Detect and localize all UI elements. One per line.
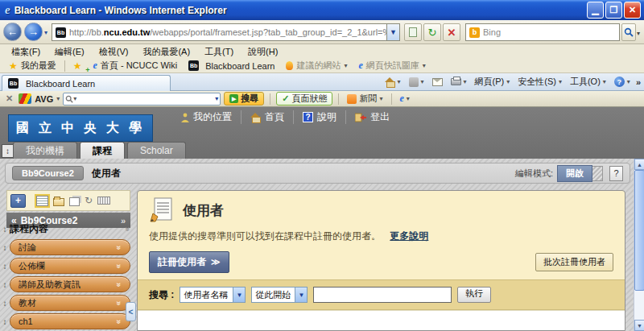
go-button[interactable]: 執行 bbox=[457, 287, 491, 303]
avg-options-button[interactable]: e ▾ bbox=[398, 93, 412, 105]
search-box[interactable]: b bbox=[465, 23, 620, 41]
ncu-logo[interactable]: 國 立 中 央 大 學 bbox=[8, 114, 153, 142]
sidebar-toolbar: + ↻ bbox=[6, 190, 130, 211]
page-status-button[interactable]: ✓ 頁面狀態 bbox=[276, 92, 332, 106]
menu-view[interactable]: 檢視(V) bbox=[93, 45, 135, 59]
minimize-button[interactable]: ▁ bbox=[587, 2, 604, 19]
search-value-input[interactable] bbox=[313, 287, 452, 303]
sidebar-item-row: ↕ 討論» bbox=[0, 239, 130, 255]
more-commands-icon[interactable]: » bbox=[636, 77, 641, 87]
search-icon[interactable] bbox=[621, 23, 636, 41]
add-favorite-button[interactable]: ★+ bbox=[68, 60, 88, 72]
tab-my-institution[interactable]: 我的機構 bbox=[13, 142, 77, 159]
layers-view-icon[interactable] bbox=[69, 197, 80, 206]
back-button[interactable]: ← bbox=[3, 23, 22, 41]
menu-help[interactable]: 說明(H) bbox=[242, 45, 284, 59]
safety-menu-button[interactable]: 安全性(S)▾ bbox=[515, 76, 564, 88]
page-menu-button[interactable]: 網頁(P)▾ bbox=[473, 76, 513, 88]
restore-button[interactable]: ❐ bbox=[605, 2, 622, 19]
search-criteria-select[interactable]: 使用者名稱 ▼ bbox=[180, 287, 246, 303]
menu-file[interactable]: 檔案(F) bbox=[5, 45, 47, 59]
edit-mode-value[interactable]: 開啟 bbox=[557, 165, 592, 182]
feeds-button[interactable]: ▾ bbox=[407, 77, 427, 87]
tab-scholar[interactable]: Scholar bbox=[127, 142, 186, 159]
stop-button[interactable]: ✕ bbox=[443, 23, 460, 41]
vertical-scrollbar[interactable]: ▲ ▼ bbox=[634, 159, 644, 331]
sidebar-item-instructor-info[interactable]: 講師及助教資訊» bbox=[10, 276, 130, 292]
home-button[interactable]: ▾ bbox=[382, 77, 403, 86]
folder-view-icon[interactable] bbox=[53, 198, 64, 206]
add-content-button[interactable]: + bbox=[10, 194, 26, 208]
batch-enroll-button[interactable]: 批次註冊使用者 bbox=[535, 253, 613, 271]
refresh-button[interactable]: ↻ bbox=[423, 23, 441, 41]
history-dropdown-icon[interactable]: ▾ bbox=[44, 29, 47, 36]
edit-mode-help-button[interactable]: ? bbox=[609, 166, 623, 181]
person-icon bbox=[181, 113, 189, 122]
sidebar-item-ch1[interactable]: ch1» bbox=[10, 313, 130, 329]
breadcrumb-course-chip[interactable]: Bb9Course2 bbox=[12, 166, 84, 180]
chevron-down-icon: ▾ bbox=[423, 62, 426, 69]
scroll-up-icon[interactable]: ▲ bbox=[634, 159, 644, 170]
avg-toolbar: ✕ AVG ▾ ▾ ▾ ▶ 搜尋 ✓ 頁面狀態 新聞 ▾ e ▾ bbox=[0, 91, 644, 107]
sidebar-item-materials[interactable]: 教材» bbox=[10, 295, 130, 311]
scroll-down-icon[interactable]: ▼ bbox=[634, 320, 644, 331]
address-dropdown-icon[interactable]: ▼ bbox=[386, 23, 400, 41]
search-options-dropdown-icon[interactable]: ▾ bbox=[637, 30, 640, 37]
help-menu-button[interactable]: ?▾ bbox=[612, 77, 633, 87]
sidebar-collapse-button[interactable]: < bbox=[126, 302, 136, 321]
drag-handle-icon[interactable]: ↕ bbox=[0, 299, 10, 308]
drag-handle-icon[interactable]: ↕ bbox=[0, 262, 10, 271]
print-button[interactable]: ▾ bbox=[448, 78, 469, 85]
my-places-link[interactable]: 我的位置 bbox=[172, 110, 242, 124]
tab-courses[interactable]: 課程 bbox=[80, 142, 125, 159]
home-link[interactable]: 首頁 bbox=[242, 110, 294, 124]
site-favicon: Bb bbox=[56, 27, 66, 38]
list-view-icon[interactable] bbox=[36, 196, 48, 206]
favorites-button[interactable]: ★ 我的最愛 bbox=[3, 60, 62, 72]
logout-link[interactable]: 登出 bbox=[346, 110, 398, 124]
drag-handle-icon[interactable]: ↕ bbox=[0, 225, 10, 234]
web-slice-gallery-button[interactable]: e 網頁快訊圖庫 ▾ bbox=[353, 60, 431, 72]
chevron-down-icon[interactable]: » bbox=[124, 227, 133, 232]
tab-bar: Bb Blackboard Learn ▾ ▾ ▾ 網頁(P)▾ 安全性(S)▾… bbox=[0, 73, 644, 91]
suggested-sites-button[interactable]: 建議的網站 ▾ bbox=[280, 60, 353, 72]
separator bbox=[391, 93, 392, 105]
search-operator-select[interactable]: 從此開始 ▼ bbox=[251, 287, 308, 303]
sidebar-item-announcements[interactable]: 公佈欄» bbox=[10, 258, 130, 274]
page-title: 使用者 bbox=[183, 201, 224, 220]
avg-news-button[interactable]: 新聞 ▾ bbox=[345, 93, 385, 105]
keyboard-nav-icon[interactable] bbox=[97, 197, 110, 205]
avg-brand: AVG bbox=[35, 94, 53, 104]
read-mail-button[interactable] bbox=[430, 78, 445, 86]
forward-button[interactable]: → bbox=[24, 23, 43, 41]
scrollbar-thumb[interactable] bbox=[634, 170, 644, 291]
drag-handle-icon[interactable]: ↕ bbox=[0, 280, 10, 289]
sidebar-item-discussion[interactable]: 討論» bbox=[10, 239, 130, 255]
close-button[interactable]: ✕ bbox=[624, 2, 641, 19]
refresh-icon[interactable]: ↻ bbox=[85, 195, 93, 206]
drag-handle-icon[interactable]: ↕ bbox=[0, 317, 10, 326]
menu-favorites[interactable]: 我的最愛(A) bbox=[136, 45, 196, 59]
avg-search-field[interactable]: ▾ ▾ bbox=[63, 93, 221, 106]
menu-edit[interactable]: 編輯(E) bbox=[48, 45, 91, 59]
help-link[interactable]: ? 說明 bbox=[294, 110, 346, 124]
more-help-link[interactable]: 更多說明 bbox=[390, 230, 428, 242]
enroll-user-button[interactable]: 註冊使用者 ≫ bbox=[149, 251, 229, 273]
favorite-item-blackboard[interactable]: Bb Blackboard Learn bbox=[183, 60, 280, 72]
edit-mode-toggle[interactable]: 開啟 bbox=[557, 165, 603, 182]
accessibility-icon[interactable]: ↕ bbox=[2, 144, 14, 158]
tools-menu-button[interactable]: 工具(O)▾ bbox=[568, 76, 609, 88]
toolbar-close-icon[interactable]: ✕ bbox=[3, 93, 15, 104]
chevron-down-icon[interactable]: ▾ bbox=[56, 95, 60, 102]
drag-handle-icon[interactable]: ↕ bbox=[0, 243, 10, 252]
favorite-item-ncucc-wiki[interactable]: e 首頁 - NCUCC Wiki bbox=[88, 60, 184, 72]
edit-mode-off-segment[interactable] bbox=[592, 166, 603, 181]
avg-search-button[interactable]: ▶ 搜尋 bbox=[224, 92, 264, 106]
menu-tools[interactable]: 工具(T) bbox=[198, 45, 240, 59]
window-title: Blackboard Learn - Windows Internet Expl… bbox=[14, 5, 227, 16]
browser-tab-blackboard[interactable]: Bb Blackboard Learn bbox=[2, 75, 171, 91]
compatibility-view-icon[interactable] bbox=[404, 23, 422, 41]
web-search-input[interactable] bbox=[483, 27, 604, 37]
address-field[interactable]: Bb http://bb.ncu.edu.tw/webapps/portal/f… bbox=[52, 23, 386, 41]
arrow-right-icon: ▶ bbox=[229, 94, 238, 103]
